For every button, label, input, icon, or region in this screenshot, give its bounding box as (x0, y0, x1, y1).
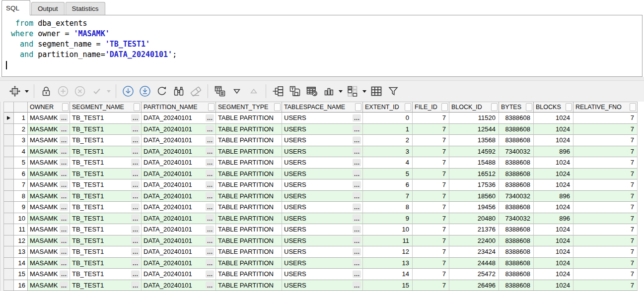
cell-ellipsis-button[interactable]: … (60, 181, 68, 188)
cell-owner[interactable]: MASAMK… (28, 224, 70, 235)
cell-bytes[interactable]: 8388608 (499, 169, 534, 180)
row-indicator-cell[interactable] (4, 213, 14, 225)
cell-ellipsis-button[interactable]: … (353, 136, 361, 144)
cell-file_id[interactable]: 7 (413, 202, 449, 213)
cell-ellipsis-button[interactable]: … (353, 192, 361, 200)
cell-segment_type[interactable]: TABLE PARTITION (216, 258, 282, 269)
cell-partition_name[interactable]: DATA_20240101… (142, 258, 216, 269)
cell-ellipsis-button[interactable]: … (60, 226, 68, 233)
cell-ellipsis-button[interactable]: … (60, 125, 68, 133)
cell-blocks[interactable]: 1024 (534, 202, 573, 213)
cell-segment_name[interactable]: TB_TEST1… (70, 113, 142, 124)
cell-ellipsis-button[interactable]: … (206, 192, 214, 200)
cell-block_id[interactable]: 24448 (449, 258, 499, 269)
cell-relative_fno[interactable]: 7 (573, 246, 638, 258)
cell-file_id[interactable]: 7 (413, 169, 449, 180)
cell-ellipsis-button[interactable]: … (206, 270, 214, 278)
cell-file_id[interactable]: 7 (413, 224, 449, 235)
cell-extent_id[interactable]: 14 (363, 269, 413, 280)
show-grid-button[interactable] (368, 83, 385, 100)
cell-relative_fno[interactable]: 7 (573, 169, 638, 180)
cell-block_id[interactable]: 11520 (449, 113, 499, 124)
row-number-cell[interactable]: 15 (14, 269, 28, 280)
clear-button[interactable] (187, 83, 204, 100)
cell-bytes[interactable]: 8388608 (499, 269, 534, 280)
cell-owner[interactable]: MASAMK… (28, 235, 70, 247)
column-options-box[interactable] (355, 103, 361, 111)
cell-ellipsis-button[interactable]: … (131, 282, 140, 289)
pivot-button[interactable] (344, 83, 361, 100)
cell-segment_type[interactable]: TABLE PARTITION (216, 269, 282, 280)
cell-tablespace_name[interactable]: USERS… (282, 258, 363, 269)
insert-record-button[interactable] (55, 83, 72, 100)
cell-segment_type[interactable]: TABLE PARTITION (216, 224, 282, 235)
cell-tablespace_name[interactable]: USERS… (282, 213, 363, 225)
row-number-cell[interactable]: 6 (14, 169, 28, 180)
cell-segment_name[interactable]: TB_TEST1… (70, 157, 142, 169)
cell-file_id[interactable]: 7 (413, 280, 449, 291)
cell-ellipsis-button[interactable]: … (131, 237, 140, 244)
tab-sql[interactable]: SQL (1, 0, 30, 15)
cell-bytes[interactable]: 8388608 (499, 224, 534, 235)
cell-bytes[interactable]: 7340032 (499, 213, 534, 225)
row-indicator-cell[interactable] (4, 124, 14, 135)
cell-tablespace_name[interactable]: USERS… (282, 224, 363, 235)
cell-partition_name[interactable]: DATA_20240101… (142, 179, 216, 191)
cell-ellipsis-button[interactable]: … (60, 215, 68, 222)
cell-partition_name[interactable]: DATA_20240101… (142, 269, 216, 280)
column-options-box[interactable] (208, 103, 215, 111)
row-indicator-cell[interactable] (4, 246, 14, 258)
cell-relative_fno[interactable]: 7 (573, 235, 638, 247)
row-number-cell[interactable]: 1 (14, 113, 28, 124)
cell-tablespace_name[interactable]: USERS… (282, 191, 363, 202)
cell-tablespace_name[interactable]: USERS… (282, 169, 363, 180)
cell-extent_id[interactable]: 6 (363, 179, 413, 191)
row-indicator-cell[interactable] (4, 202, 14, 213)
row-number-cell[interactable]: 4 (14, 146, 28, 158)
cell-blocks[interactable]: 1024 (534, 224, 573, 235)
row-indicator-cell[interactable] (4, 146, 14, 158)
row-number-cell[interactable]: 10 (14, 213, 28, 225)
cell-partition_name[interactable]: DATA_20240101… (142, 246, 216, 258)
cell-owner[interactable]: MASAMK… (28, 269, 70, 280)
cell-partition_name[interactable]: DATA_20240101… (142, 202, 216, 213)
cell-extent_id[interactable]: 1 (363, 124, 413, 135)
cell-tablespace_name[interactable]: USERS… (282, 124, 363, 135)
cell-bytes[interactable]: 8388608 (499, 280, 534, 291)
cell-tablespace_name[interactable]: USERS… (282, 246, 363, 258)
row-number-cell[interactable]: 11 (14, 224, 28, 235)
cell-bytes[interactable]: 8388608 (499, 179, 534, 191)
cell-owner[interactable]: MASAMK… (28, 169, 70, 180)
export-data-button[interactable] (286, 83, 303, 100)
cell-segment_type[interactable]: TABLE PARTITION (216, 235, 282, 247)
cell-segment_type[interactable]: TABLE PARTITION (216, 157, 282, 169)
cell-bytes[interactable]: 8388608 (499, 202, 534, 213)
cell-ellipsis-button[interactable]: … (60, 270, 68, 278)
row-number-cell[interactable]: 9 (14, 202, 28, 213)
cell-extent_id[interactable]: 5 (363, 169, 413, 180)
row-indicator-cell[interactable] (4, 169, 14, 180)
record-view-dropdown[interactable] (23, 83, 30, 100)
cell-ellipsis-button[interactable]: … (353, 248, 361, 255)
cell-file_id[interactable]: 7 (413, 124, 449, 135)
column-options-box[interactable] (62, 103, 69, 111)
cell-segment_name[interactable]: TB_TEST1… (70, 224, 142, 235)
column-options-box[interactable] (630, 103, 636, 111)
cell-extent_id[interactable]: 12 (363, 246, 413, 258)
cell-ellipsis-button[interactable]: … (206, 203, 214, 211)
cell-ellipsis-button[interactable]: … (60, 259, 68, 267)
cell-block_id[interactable]: 25472 (449, 269, 499, 280)
column-options-box[interactable] (566, 103, 572, 111)
cell-segment_type[interactable]: TABLE PARTITION (216, 213, 282, 225)
row-number-cell[interactable]: 2 (14, 124, 28, 135)
cell-tablespace_name[interactable]: USERS… (282, 146, 363, 158)
cell-file_id[interactable]: 7 (413, 269, 449, 280)
cell-blocks[interactable]: 1024 (534, 280, 573, 291)
cell-block_id[interactable]: 19456 (449, 202, 499, 213)
cell-block_id[interactable]: 26496 (449, 280, 499, 291)
column-options-box[interactable] (441, 103, 448, 111)
cell-ellipsis-button[interactable]: … (60, 192, 68, 200)
cell-tablespace_name[interactable]: USERS… (282, 113, 363, 124)
cell-blocks[interactable]: 1024 (534, 124, 573, 135)
cell-blocks[interactable]: 896 (534, 146, 573, 158)
